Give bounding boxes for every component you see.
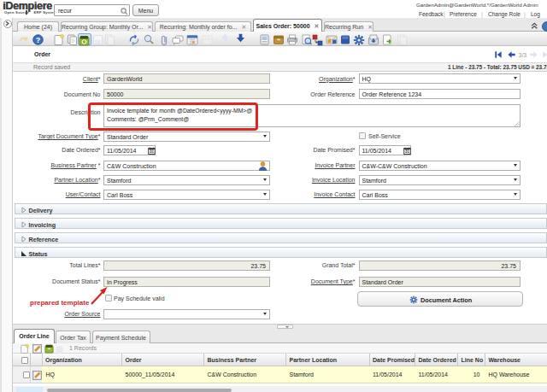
svg-text:31: 31	[150, 149, 155, 154]
svg-text:?: ?	[36, 35, 41, 44]
svg-text:31: 31	[404, 149, 409, 154]
